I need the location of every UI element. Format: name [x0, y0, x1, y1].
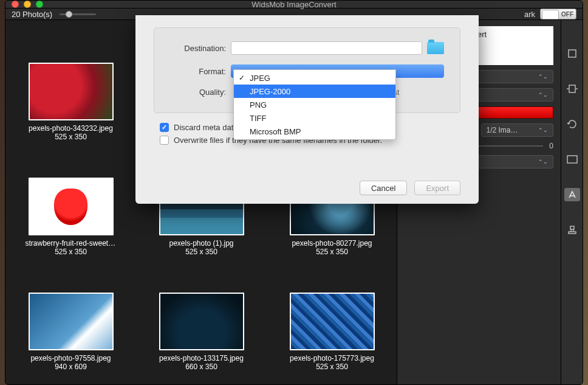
thumb-dimensions: 525 x 350 — [316, 362, 348, 371]
format-dropdown: JPEGJPEG-2000PNGTIFFMicrosoft BMP — [233, 69, 396, 140]
svg-rect-1 — [569, 85, 575, 92]
thumbnail[interactable]: pexels-photo-133175.jpeg660 x 350 — [154, 293, 248, 371]
thumbnail[interactable]: pexels-photo-97558.jpeg940 x 609 — [24, 293, 118, 371]
thumb-image — [290, 293, 375, 350]
thumb-filename: strawberry-fruit-red-sweet-54… — [26, 239, 117, 248]
thumbnail[interactable]: strawberry-fruit-red-sweet-54…525 x 350 — [24, 178, 118, 256]
thumb-filename: pexels-photo-80277.jpeg — [292, 239, 372, 248]
thumb-filename: pexels-photo-343232.jpeg — [29, 124, 113, 133]
tab-watermark[interactable]: ark — [524, 10, 535, 19]
stamp-icon[interactable] — [566, 223, 579, 237]
thumb-image — [159, 293, 244, 350]
export-button[interactable]: Export — [414, 181, 460, 195]
quality-label: Quality: — [170, 88, 226, 97]
thumb-dimensions: 940 x 609 — [55, 362, 87, 371]
thumb-dimensions: 525 x 350 — [55, 133, 87, 141]
svg-rect-2 — [567, 156, 577, 163]
window-title: WidsMob ImageConvert — [5, 0, 583, 9]
thumb-size-slider[interactable] — [60, 13, 96, 15]
thumb-dimensions: 525 x 350 — [316, 248, 348, 256]
thumb-image — [29, 178, 114, 235]
thumbnail[interactable]: pexels-photo-175773.jpeg525 x 350 — [285, 293, 379, 371]
thumbnail[interactable]: pexels-photo-343232.jpeg525 x 350 — [24, 63, 118, 141]
vertical-toolbar — [561, 20, 583, 385]
export-form: Destination: Format: Quality: st JPEGJPE… — [154, 27, 460, 113]
destination-label: Destination: — [170, 44, 226, 53]
thumb-dimensions: 525 x 350 — [55, 248, 87, 256]
thumb-filename: pexels-photo-97558.jpeg — [30, 354, 111, 362]
thumb-dimensions: 525 x 350 — [185, 248, 217, 256]
text-watermark-icon[interactable] — [564, 188, 580, 201]
format-option[interactable]: JPEG — [234, 71, 395, 85]
titlebar: WidsMob ImageConvert — [5, 1, 583, 9]
resize-icon[interactable] — [566, 82, 579, 95]
destination-input[interactable] — [231, 41, 422, 55]
opacity-value: 0 — [549, 142, 553, 150]
format-option[interactable]: PNG — [234, 98, 395, 111]
cancel-button[interactable]: Cancel — [360, 181, 407, 195]
discard-meta-label: Discard meta data — [174, 123, 238, 132]
app-window: WidsMob ImageConvert 20 Photo(s) ark OFF… — [5, 0, 583, 385]
format-option[interactable]: TIFF — [234, 111, 395, 125]
watermark-toggle[interactable]: OFF — [540, 9, 576, 19]
frame-icon[interactable] — [566, 153, 579, 166]
thumb-dimensions: 660 x 350 — [185, 362, 217, 371]
format-label: Format: — [170, 67, 226, 76]
format-option[interactable]: JPEG-2000 — [234, 85, 395, 98]
photo-count: 20 Photo(s) — [12, 10, 52, 19]
overwrite-checkbox[interactable] — [160, 136, 169, 145]
thumb-filename: pexels-photo-175773.jpeg — [290, 354, 374, 362]
svg-rect-0 — [569, 50, 576, 57]
format-option[interactable]: Microsoft BMP — [234, 125, 395, 138]
browse-folder-button[interactable] — [427, 42, 444, 54]
thumb-image — [29, 63, 114, 120]
export-sheet: Destination: Format: Quality: st JPEGJPE… — [135, 15, 479, 204]
crop-icon[interactable] — [566, 47, 579, 60]
thumb-image — [29, 293, 114, 350]
rotate-icon[interactable] — [566, 117, 579, 131]
scale-select[interactable]: 1/2 Ima…⌃⌄ — [481, 123, 554, 137]
discard-meta-checkbox[interactable] — [160, 123, 169, 132]
toggle-off-label: OFF — [561, 11, 573, 18]
thumb-filename: pexels-photo-133175.jpeg — [159, 354, 244, 362]
thumb-filename: pexels-photo (1).jpg — [169, 239, 233, 248]
